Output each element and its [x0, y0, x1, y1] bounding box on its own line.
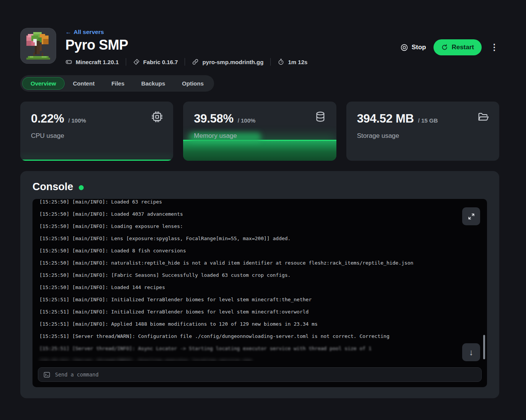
console-panel: [15:25:50] [main/INFO]: Loaded 63 recipe… — [32, 199, 487, 387]
restart-button[interactable]: Restart — [433, 39, 482, 55]
server-meta-row: Minecraft 1.20.1 Fabric 0.16.7 — [65, 58, 307, 66]
fabric-icon — [133, 58, 140, 65]
storage-usage-value: 394.52 MB — [357, 112, 414, 126]
meta-divider — [185, 58, 185, 66]
meta-uptime: 1m 12s — [278, 58, 307, 65]
tab-backups[interactable]: Backups — [133, 77, 174, 90]
console-log[interactable]: [15:25:50] [main/INFO]: Loaded 63 recipe… — [32, 199, 487, 361]
expand-icon — [468, 213, 475, 220]
server-tabbar: Overview Content Files Backups Options — [20, 75, 214, 92]
command-input[interactable] — [55, 372, 476, 378]
meta-address-label: pyro-smp.modrinth.gg — [202, 59, 263, 65]
tab-content[interactable]: Content — [65, 77, 103, 90]
restart-icon — [441, 44, 448, 51]
console-line: [15:25:50] [main/INFO]: [Fabric Seasons]… — [39, 269, 453, 281]
console-line: [15:25:50] [main/INFO]: Loading exposure… — [39, 220, 453, 233]
cpu-usage-graph — [20, 160, 173, 161]
tab-overview[interactable]: Overview — [22, 77, 65, 90]
server-avatar — [20, 28, 56, 64]
cpu-usage-value: 0.22% — [31, 112, 64, 126]
terminal-prompt-icon — [43, 371, 50, 378]
console-line: [15:25:51] [main/INFO]: Initialized Terr… — [39, 294, 453, 306]
storage-usage-limit: / 15 GB — [418, 117, 438, 124]
console-line: [15:25:51] [Server thread/INFO]: Startin… — [39, 355, 453, 361]
meta-minecraft-version: Minecraft 1.20.1 — [65, 58, 119, 65]
server-header: ← All servers Pyro SMP Minecraft 1.20.1 — [20, 0, 499, 66]
database-icon — [314, 111, 326, 123]
memory-usage-card: 39.58% / 100% Memory usage — [183, 102, 336, 161]
command-input-wrap — [38, 367, 482, 382]
console-line: [15:25:50] [main/INFO]: Lens [exposure:s… — [39, 233, 453, 245]
console-line: [15:25:50] [main/INFO]: Loaded 4037 adva… — [39, 208, 453, 220]
storage-usage-label: Storage usage — [357, 132, 489, 140]
meta-server-address[interactable]: pyro-smp.modrinth.gg — [192, 58, 263, 65]
folder-open-icon — [477, 111, 489, 123]
back-arrow-icon: ← — [65, 29, 71, 36]
console-line: [15:25:51] [main/INFO]: Applied 1488 bio… — [39, 318, 453, 330]
tab-files[interactable]: Files — [103, 77, 133, 90]
console-line: [15:25:50] [main/INFO]: Loaded 8 fish co… — [39, 245, 453, 257]
meta-loader-version: Fabric 0.16.7 — [133, 58, 178, 65]
console-line: [15:25:51] [main/INFO]: Initialized Terr… — [39, 306, 453, 318]
console-card: Console [15:25:50] [main/INFO]: Loaded 6… — [20, 171, 499, 398]
console-title: Console — [32, 181, 73, 193]
meta-uptime-label: 1m 12s — [288, 59, 307, 65]
console-line: [15:25:50] [main/INFO]: naturalist:repti… — [39, 257, 453, 269]
meta-loader-label: Fabric 0.16.7 — [143, 59, 178, 65]
back-link-label: All servers — [74, 29, 104, 36]
memory-usage-limit: / 100% — [238, 117, 256, 124]
server-actions: Stop Restart ⋮ — [400, 39, 499, 55]
console-line: [15:25:50] [main/INFO]: Loaded 63 recipe… — [39, 199, 453, 208]
console-line: [15:25:51] [Server thread/WARN]: Configu… — [39, 330, 453, 342]
scroll-to-bottom-button[interactable]: ↓ — [462, 343, 480, 361]
console-fullscreen-button[interactable] — [462, 207, 480, 225]
tab-options[interactable]: Options — [174, 77, 212, 90]
gamepad-icon — [65, 58, 72, 65]
more-options-kebab-icon[interactable]: ⋮ — [489, 42, 499, 53]
cpu-chip-icon — [151, 111, 163, 123]
seasons-tree-icon — [24, 31, 52, 61]
cpu-usage-card: 0.22% / 100% CPU usage — [20, 102, 173, 161]
back-to-all-servers-link[interactable]: ← All servers — [65, 29, 307, 36]
stop-button-label: Stop — [412, 44, 426, 51]
storage-usage-card: 394.52 MB / 15 GB Storage usage — [346, 102, 499, 161]
console-line: [15:25:50] [main/INFO]: Loaded 144 recip… — [39, 281, 453, 294]
page-title: Pyro SMP — [65, 37, 307, 53]
meta-divider — [126, 58, 126, 66]
meta-divider — [270, 58, 271, 66]
cpu-usage-label: CPU usage — [31, 132, 162, 140]
stopwatch-icon — [278, 58, 284, 65]
stats-row: 0.22% / 100% CPU usage 39.58% / 100% Mem… — [20, 102, 499, 161]
link-icon — [192, 58, 199, 65]
memory-usage-label: Memory usage — [194, 132, 325, 140]
memory-usage-value: 39.58% — [194, 112, 233, 126]
memory-usage-graph — [183, 140, 336, 161]
server-online-status-dot — [79, 185, 84, 190]
console-line: [15:25:51] [Server thread/INFO]: Async L… — [39, 342, 453, 355]
stop-button[interactable]: Stop — [400, 44, 426, 52]
cpu-usage-limit: / 100% — [68, 117, 86, 124]
stop-circle-icon — [400, 44, 408, 52]
restart-button-label: Restart — [451, 44, 474, 51]
console-scrollbar-thumb[interactable] — [483, 335, 485, 359]
meta-minecraft-label: Minecraft 1.20.1 — [76, 59, 119, 65]
